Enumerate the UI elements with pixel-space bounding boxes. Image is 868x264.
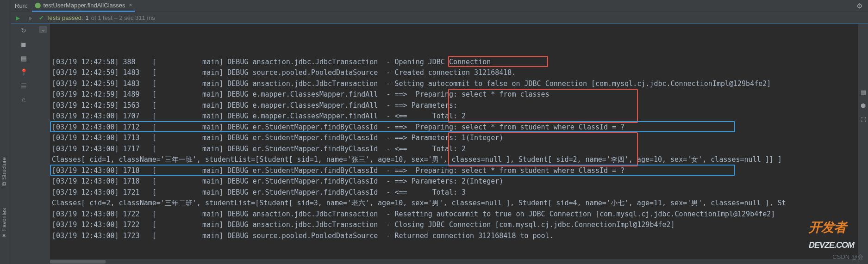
- passed-count: 1: [86, 14, 89, 21]
- db-icon[interactable]: ▦: [861, 89, 866, 96]
- ant-icon[interactable]: ⬚: [861, 116, 866, 123]
- passed-label: Tests passed:: [46, 14, 83, 21]
- console-line: [03/19 12:42:58] 388 [ main] DEBUG ansac…: [52, 57, 858, 68]
- rerun-icon[interactable]: ↻: [21, 27, 26, 34]
- check-icon: ✔: [39, 14, 44, 21]
- exit-icon[interactable]: ⎌: [22, 96, 25, 104]
- close-icon[interactable]: ×: [129, 2, 132, 8]
- gear-icon[interactable]: ⚙: [856, 2, 862, 10]
- console-line: [03/19 12:43:00] 1713 [ main] DEBUG er.S…: [52, 133, 858, 144]
- run-label: Run:: [15, 2, 27, 9]
- console-line: [03/19 12:43:00] 1718 [ main] DEBUG er.S…: [52, 176, 858, 187]
- right-tool-gutter: ▦ ⬢ ⬚: [858, 24, 868, 264]
- test-status: ✔ Tests passed: 1 of 1 test – 2 sec 311 …: [36, 14, 155, 21]
- console-line: Classes[ cid=1, className='三年一班', studen…: [52, 154, 858, 166]
- arrow-right-icon[interactable]: »: [29, 15, 31, 21]
- test-toolbar: ▶ » ✔ Tests passed: 1 of 1 test – 2 sec …: [11, 12, 868, 24]
- structure-icon: ⧉: [1, 182, 7, 186]
- console-line: [03/19 12:43:00] 1723 [ main] DEBUG sour…: [52, 231, 858, 242]
- export-icon[interactable]: ☰: [21, 82, 27, 90]
- console-line: [03/19 12:42:59] 1489 [ main] DEBUG e.ma…: [52, 89, 858, 100]
- passed-suffix: of 1 test – 2 sec 311 ms: [91, 14, 155, 21]
- layout-icon[interactable]: ▤: [21, 55, 27, 62]
- structure-tool-window[interactable]: ⧉ Structure: [1, 157, 7, 186]
- console-line: [03/19 12:43:00] 1712 [ main] DEBUG er.S…: [52, 122, 858, 133]
- run-side-tools: ↻ ◼ ▤ 📍 ☰ ⎌: [11, 24, 36, 264]
- horizontal-scrollbar[interactable]: [50, 259, 858, 264]
- run-tab[interactable]: ⬤ testUserMapper.findAllClasses ×: [32, 0, 135, 12]
- test-icon: ⬤: [35, 2, 41, 8]
- console-line: [03/19 12:42:59] 1563 [ main] DEBUG e.ma…: [52, 100, 858, 111]
- test-tree: ⌄: [36, 24, 50, 264]
- console-line: [03/19 12:43:00] 1721 [ main] DEBUG er.S…: [52, 187, 858, 198]
- console-line: [03/19 12:43:00] 1707 [ main] DEBUG e.ma…: [52, 111, 858, 122]
- favorites-tool-window[interactable]: ★ Favorites: [1, 208, 7, 239]
- console-line: [03/19 12:43:00] 1717 [ main] DEBUG er.S…: [52, 144, 858, 155]
- collapse-icon[interactable]: ⌄: [39, 26, 47, 33]
- maven-icon[interactable]: ⬢: [861, 102, 866, 109]
- play-icon[interactable]: ▶: [16, 15, 20, 21]
- watermark-text: CSDN @会: [832, 253, 863, 261]
- pin-icon[interactable]: 📍: [20, 68, 28, 76]
- console-line: [03/19 12:42:59] 1483 [ main] DEBUG sour…: [52, 68, 858, 79]
- console-line: [03/19 12:43:00] 1718 [ main] DEBUG er.S…: [52, 166, 858, 177]
- console-line: [03/19 12:43:00] 1722 [ main] DEBUG ansa…: [52, 209, 858, 220]
- console-line: [03/19 12:43:00] 1722 [ main] DEBUG ansa…: [52, 220, 858, 231]
- star-icon: ★: [1, 233, 7, 239]
- stop-icon[interactable]: ◼: [21, 41, 26, 48]
- console-line: Classes[ cid=2, className='三年二班', studen…: [52, 198, 858, 209]
- console-output[interactable]: [03/19 12:42:58] 388 [ main] DEBUG ansac…: [50, 24, 858, 264]
- tab-title: testUserMapper.findAllClasses: [43, 2, 125, 9]
- run-tab-bar: Run: ⬤ testUserMapper.findAllClasses × ⚙: [11, 0, 868, 12]
- console-line: [03/19 12:42:59] 1483 [ main] DEBUG ansa…: [52, 79, 858, 90]
